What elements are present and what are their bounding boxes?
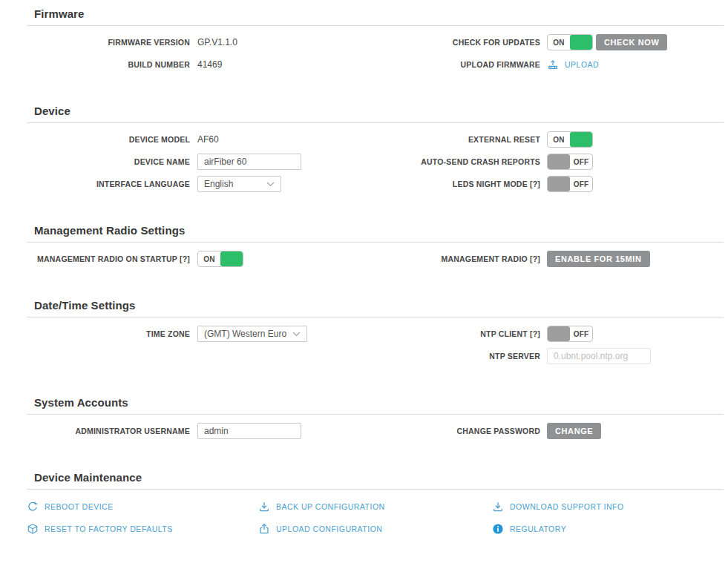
regulatory-link[interactable]: REGULATORY bbox=[492, 523, 566, 535]
device-name-input[interactable] bbox=[197, 154, 301, 170]
interface-language-select[interactable]: English bbox=[197, 176, 281, 192]
crash-reports-row: AUTO-SEND CRASH REPORTS OFF bbox=[376, 151, 724, 173]
upload-firmware-label: UPLOAD FIRMWARE bbox=[376, 60, 547, 69]
build-number-value: 41469 bbox=[197, 59, 222, 70]
change-password-button[interactable]: CHANGE bbox=[547, 423, 601, 439]
backup-configuration-text: BACK UP CONFIGURATION bbox=[276, 502, 385, 511]
section-title: Firmware bbox=[27, 7, 724, 20]
chevron-down-icon bbox=[266, 182, 275, 187]
device-model-label: DEVICE MODEL bbox=[27, 135, 197, 144]
factory-reset-link[interactable]: RESET TO FACTORY DEFAULTS bbox=[27, 523, 173, 535]
ntp-client-label: NTP CLIENT [?] bbox=[376, 329, 547, 338]
maintenance-cell: RESET TO FACTORY DEFAULTS bbox=[27, 518, 258, 540]
upload-firmware-link-text: UPLOAD bbox=[565, 60, 599, 69]
toggle-fill bbox=[570, 35, 592, 50]
toggle-fill bbox=[220, 251, 243, 266]
maintenance-cell: REGULATORY bbox=[492, 518, 724, 540]
info-icon bbox=[492, 523, 504, 535]
ntp-client-row: NTP CLIENT [?] OFF bbox=[376, 323, 724, 345]
section-datetime: Date/Time Settings TIME ZONE (GMT) Weste… bbox=[27, 299, 724, 367]
firmware-version-label: FIRMWARE VERSION bbox=[27, 38, 197, 47]
maintenance-cell: REBOOT DEVICE bbox=[27, 496, 258, 518]
section-system-accounts: System Accounts ADMINISTRATOR USERNAME C… bbox=[27, 396, 724, 442]
ntp-client-toggle[interactable]: OFF bbox=[547, 326, 593, 342]
chevron-down-icon bbox=[292, 332, 301, 337]
external-reset-toggle[interactable]: ON bbox=[547, 131, 593, 148]
download-support-info-text: DOWNLOAD SUPPORT INFO bbox=[510, 502, 624, 511]
ntp-server-row: NTP SERVER bbox=[376, 345, 724, 367]
section-firmware: Firmware FIRMWARE VERSION GP.V1.1.0 BUIL… bbox=[27, 7, 724, 76]
upload-configuration-text: UPLOAD CONFIGURATION bbox=[276, 524, 382, 533]
download-support-info-link[interactable]: DOWNLOAD SUPPORT INFO bbox=[492, 501, 624, 513]
download-icon bbox=[258, 501, 270, 513]
toggle-fill bbox=[548, 177, 570, 191]
timezone-value: (GMT) Western Euro bbox=[204, 329, 286, 339]
firmware-version-value: GP.V1.1.0 bbox=[197, 37, 237, 47]
backup-configuration-link[interactable]: BACK UP CONFIGURATION bbox=[258, 501, 385, 513]
ntp-server-label: NTP SERVER bbox=[376, 352, 547, 361]
build-number-label: BUILD NUMBER bbox=[27, 60, 197, 69]
check-updates-label: CHECK FOR UPDATES bbox=[376, 38, 547, 47]
mgmt-radio-startup-label: MANAGEMENT RADIO ON STARTUP [?] bbox=[27, 254, 197, 263]
reboot-device-text: REBOOT DEVICE bbox=[45, 502, 114, 511]
maintenance-cell: DOWNLOAD SUPPORT INFO bbox=[492, 496, 724, 518]
upload-configuration-link[interactable]: UPLOAD CONFIGURATION bbox=[258, 523, 382, 535]
upload-firmware-link[interactable]: UPLOAD bbox=[547, 59, 599, 70]
section-management-radio: Management Radio Settings MANAGEMENT RAD… bbox=[27, 224, 724, 270]
external-reset-row: EXTERNAL RESET ON bbox=[376, 128, 724, 151]
factory-reset-text: RESET TO FACTORY DEFAULTS bbox=[45, 524, 173, 533]
section-title: Device bbox=[27, 105, 724, 117]
reboot-icon bbox=[27, 501, 39, 513]
crash-reports-toggle[interactable]: OFF bbox=[547, 154, 593, 170]
leds-night-mode-toggle[interactable]: OFF bbox=[547, 176, 593, 192]
device-name-row: DEVICE NAME bbox=[27, 151, 376, 173]
section-device: Device DEVICE MODEL AF60 DEVICE NAME INT… bbox=[27, 105, 724, 195]
device-name-label: DEVICE NAME bbox=[27, 157, 197, 166]
section-device-maintenance: Device Maintenance REBOOT DEVICE bbox=[27, 471, 724, 540]
ntp-server-input[interactable] bbox=[547, 348, 651, 364]
timezone-select[interactable]: (GMT) Western Euro bbox=[197, 326, 307, 342]
admin-username-input[interactable] bbox=[197, 423, 301, 439]
upload-firmware-row: UPLOAD FIRMWARE UPLOAD bbox=[376, 53, 724, 76]
check-updates-row: CHECK FOR UPDATES ON CHECK NOW bbox=[376, 31, 724, 53]
interface-language-label: INTERFACE LANGUAGE bbox=[27, 180, 197, 188]
change-password-row: CHANGE PASSWORD CHANGE bbox=[376, 420, 724, 442]
section-title: Date/Time Settings bbox=[27, 299, 724, 312]
admin-username-label: ADMINISTRATOR USERNAME bbox=[27, 427, 197, 435]
external-reset-label: EXTERNAL RESET bbox=[376, 135, 547, 144]
section-title: Management Radio Settings bbox=[27, 224, 724, 237]
check-updates-toggle[interactable]: ON bbox=[547, 34, 593, 50]
maintenance-cell: BACK UP CONFIGURATION bbox=[258, 496, 492, 518]
crash-reports-label: AUTO-SEND CRASH REPORTS bbox=[376, 157, 547, 166]
reboot-device-link[interactable]: REBOOT DEVICE bbox=[27, 501, 114, 513]
enable-15min-button[interactable]: ENABLE FOR 15MIN bbox=[547, 251, 650, 267]
check-now-button[interactable]: CHECK NOW bbox=[596, 34, 667, 50]
toggle-fill bbox=[548, 154, 570, 169]
device-model-value: AF60 bbox=[197, 134, 219, 145]
change-password-label: CHANGE PASSWORD bbox=[376, 427, 547, 435]
maintenance-cell: UPLOAD CONFIGURATION bbox=[258, 518, 492, 540]
leds-night-mode-row: LEDS NIGHT MODE [?] OFF bbox=[376, 173, 724, 195]
toggle-fill bbox=[570, 132, 592, 147]
upload-box-icon bbox=[258, 523, 270, 535]
download-icon bbox=[492, 501, 504, 513]
section-title: Device Maintenance bbox=[27, 471, 724, 484]
leds-night-mode-label: LEDS NIGHT MODE [?] bbox=[376, 180, 547, 188]
timezone-label: TIME ZONE bbox=[27, 329, 197, 338]
regulatory-text: REGULATORY bbox=[510, 524, 566, 533]
mgmt-radio-row: MANAGEMENT RADIO [?] ENABLE FOR 15MIN bbox=[376, 248, 724, 270]
mgmt-radio-label: MANAGEMENT RADIO [?] bbox=[376, 254, 547, 263]
section-title: System Accounts bbox=[27, 396, 724, 409]
interface-language-row: INTERFACE LANGUAGE English bbox=[27, 173, 376, 195]
system-settings-page: Firmware FIRMWARE VERSION GP.V1.1.0 BUIL… bbox=[0, 0, 728, 540]
build-number-row: BUILD NUMBER 41469 bbox=[27, 53, 376, 76]
upload-firmware-icon bbox=[547, 59, 559, 70]
admin-username-row: ADMINISTRATOR USERNAME bbox=[27, 420, 376, 442]
mgmt-radio-startup-row: MANAGEMENT RADIO ON STARTUP [?] ON bbox=[27, 248, 376, 270]
timezone-row: TIME ZONE (GMT) Western Euro bbox=[27, 323, 376, 345]
toggle-fill bbox=[548, 326, 570, 341]
device-model-row: DEVICE MODEL AF60 bbox=[27, 128, 376, 151]
interface-language-value: English bbox=[204, 179, 233, 189]
mgmt-radio-startup-toggle[interactable]: ON bbox=[197, 251, 243, 267]
firmware-version-row: FIRMWARE VERSION GP.V1.1.0 bbox=[27, 31, 376, 53]
